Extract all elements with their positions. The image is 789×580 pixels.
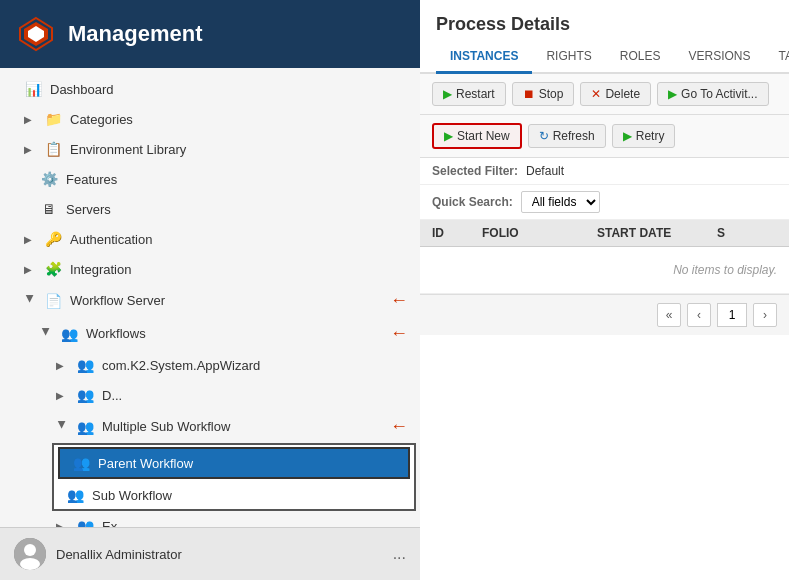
restart-button[interactable]: ▶ Restart (432, 82, 506, 106)
delete-label: Delete (605, 87, 640, 101)
go-to-activity-button[interactable]: ▶ Go To Activit... (657, 82, 768, 106)
sidebar: Management 📊 Dashboard ▶ 📁 Categories ▶ … (0, 0, 420, 580)
col-header-id: ID (432, 226, 482, 240)
restart-label: Restart (456, 87, 495, 101)
expand-icon: ▶ (41, 328, 52, 340)
sidebar-item-sub-workflow[interactable]: 👥 Sub Workflow (54, 481, 414, 509)
stop-label: Stop (539, 87, 564, 101)
arrow-indicator: ← (390, 290, 408, 311)
pagination-page-input[interactable] (717, 303, 747, 327)
tab-tasks[interactable]: TAS... (765, 41, 790, 74)
refresh-button[interactable]: ↻ Refresh (528, 124, 606, 148)
sidebar-item-label: Workflows (86, 326, 378, 341)
sidebar-item-d-workflow[interactable]: ▶ 👥 D... (0, 380, 420, 410)
main-panel: Process Details INSTANCES RIGHTS ROLES V… (420, 0, 789, 580)
pagination: « ‹ › (420, 294, 789, 335)
expand-icon: ▶ (24, 114, 36, 125)
logo-icon (16, 14, 56, 54)
sidebar-item-label: Ex... (102, 519, 408, 528)
workflows-icon: 👥 (60, 325, 78, 343)
expand-icon: ▶ (56, 390, 68, 401)
sidebar-item-label: Servers (66, 202, 408, 217)
sidebar-item-label: com.K2.System.AppWizard (102, 358, 408, 373)
filter-row: Selected Filter: Default (420, 158, 789, 185)
refresh-icon: ↻ (539, 129, 549, 143)
multiple-sub-workflow-container: ▶ 👥 Multiple Sub Workflow ← 👥 Parent Wor… (0, 410, 420, 511)
sidebar-header: Management (0, 0, 420, 68)
sidebar-item-workflows[interactable]: ▶ 👥 Workflows ← (0, 317, 420, 350)
ex1-icon: 👥 (76, 517, 94, 527)
go-to-icon: ▶ (668, 87, 677, 101)
search-select[interactable]: All fields (521, 191, 600, 213)
footer-menu-button[interactable]: ... (393, 545, 406, 563)
col-header-date: START DATE (597, 226, 717, 240)
col-header-folio: FOLIO (482, 226, 597, 240)
avatar (14, 538, 46, 570)
expand-icon: ▶ (57, 421, 68, 433)
delete-icon: ✕ (591, 87, 601, 101)
footer-username: Denallix Administrator (56, 547, 383, 562)
sub-workflow-icon: 👥 (66, 486, 84, 504)
sidebar-item-label: Workflow Server (70, 293, 378, 308)
svg-point-6 (20, 558, 40, 570)
sidebar-item-multiple-sub-workflow[interactable]: ▶ 👥 Multiple Sub Workflow ← (0, 410, 420, 443)
filter-value: Default (526, 164, 564, 178)
tab-rights[interactable]: RIGHTS (532, 41, 605, 74)
panel-title: Process Details (420, 0, 789, 41)
stop-icon: ⏹ (523, 87, 535, 101)
sidebar-item-workflow-server[interactable]: ▶ 📄 Workflow Server ← (0, 284, 420, 317)
sidebar-item-com-k2[interactable]: ▶ 👥 com.K2.System.AppWizard (0, 350, 420, 380)
table-empty-message: No items to display. (420, 247, 789, 294)
go-to-label: Go To Activit... (681, 87, 757, 101)
sidebar-item-label: Categories (70, 112, 408, 127)
arrow-indicator: ← (390, 416, 408, 437)
tab-roles[interactable]: ROLES (606, 41, 675, 74)
expand-icon: ▶ (56, 360, 68, 371)
retry-icon: ▶ (623, 129, 632, 143)
search-row: Quick Search: All fields (420, 185, 789, 220)
sidebar-item-env-library[interactable]: ▶ 📋 Environment Library (0, 134, 420, 164)
refresh-label: Refresh (553, 129, 595, 143)
dashboard-icon: 📊 (24, 80, 42, 98)
sidebar-item-label: Multiple Sub Workflow (102, 419, 378, 434)
workflow-server-icon: 📄 (44, 292, 62, 310)
parent-workflow-icon: 👥 (72, 454, 90, 472)
sidebar-nav: 📊 Dashboard ▶ 📁 Categories ▶ 📋 Environme… (0, 68, 420, 527)
sidebar-item-label: Environment Library (70, 142, 408, 157)
servers-icon: 🖥 (40, 200, 58, 218)
expand-icon: ▶ (24, 234, 36, 245)
start-new-button[interactable]: ▶ Start New (432, 123, 522, 149)
sidebar-item-dashboard[interactable]: 📊 Dashboard (0, 74, 420, 104)
retry-button[interactable]: ▶ Retry (612, 124, 676, 148)
arrow-indicator: ← (390, 323, 408, 344)
delete-button[interactable]: ✕ Delete (580, 82, 651, 106)
env-library-icon: 📋 (44, 140, 62, 158)
pagination-prev[interactable]: ‹ (687, 303, 711, 327)
restart-icon: ▶ (443, 87, 452, 101)
com-k2-icon: 👥 (76, 356, 94, 374)
start-new-icon: ▶ (444, 129, 453, 143)
folder-icon: 📁 (44, 110, 62, 128)
sidebar-item-parent-workflow[interactable]: 👥 Parent Workflow (58, 447, 410, 479)
sidebar-item-ex1[interactable]: ▶ 👥 Ex... (0, 511, 420, 527)
stop-button[interactable]: ⏹ Stop (512, 82, 575, 106)
d-workflow-icon: 👥 (76, 386, 94, 404)
popup-menu: 👥 Parent Workflow 👥 Sub Workflow (52, 443, 416, 511)
toolbar-row1: ▶ Restart ⏹ Stop ✕ Delete ▶ Go To Activi… (420, 74, 789, 115)
tab-versions[interactable]: VERSIONS (674, 41, 764, 74)
toolbar-row2: ▶ Start New ↻ Refresh ▶ Retry (420, 115, 789, 158)
expand-icon: ▶ (24, 264, 36, 275)
pagination-first[interactable]: « (657, 303, 681, 327)
sidebar-item-label: Dashboard (50, 82, 408, 97)
sidebar-item-authentication[interactable]: ▶ 🔑 Authentication (0, 224, 420, 254)
retry-label: Retry (636, 129, 665, 143)
sidebar-item-integration[interactable]: ▶ 🧩 Integration (0, 254, 420, 284)
sidebar-item-servers[interactable]: 🖥 Servers (0, 194, 420, 224)
integration-icon: 🧩 (44, 260, 62, 278)
tab-instances[interactable]: INSTANCES (436, 41, 532, 74)
sidebar-item-features[interactable]: ⚙️ Features (0, 164, 420, 194)
pagination-next[interactable]: › (753, 303, 777, 327)
sidebar-item-categories[interactable]: ▶ 📁 Categories (0, 104, 420, 134)
sidebar-footer: Denallix Administrator ... (0, 527, 420, 580)
sidebar-item-label: Integration (70, 262, 408, 277)
